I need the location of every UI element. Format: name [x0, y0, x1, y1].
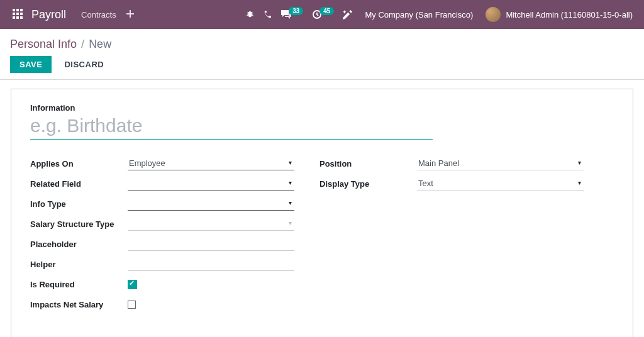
systray: 33 45 [245, 9, 352, 19]
applies-on-select[interactable] [128, 157, 294, 170]
title-label: Information [30, 103, 614, 113]
messages-icon[interactable]: 33 [281, 10, 303, 19]
tools-icon[interactable] [343, 10, 352, 19]
breadcrumb-current: New [89, 38, 111, 50]
company-selector[interactable]: My Company (San Francisco) [365, 10, 473, 19]
control-panel: Personal Info / New SAVE DISCARD [0, 29, 644, 80]
activities-badge: 45 [319, 7, 334, 15]
is-required-checkbox[interactable] [128, 280, 137, 289]
related-field-label: Related Field [30, 179, 128, 189]
is-required-label: Is Required [30, 280, 128, 289]
impacts-net-label: Impacts Net Salary [30, 300, 128, 309]
right-column: Position ▾ Display Type ▾ [319, 156, 584, 317]
position-label: Position [319, 159, 417, 168]
related-field-select[interactable] [128, 177, 294, 191]
breadcrumb-parent[interactable]: Personal Info [10, 38, 77, 50]
placeholder-label: Placeholder [30, 240, 128, 249]
applies-on-label: Applies On [30, 159, 128, 168]
save-button[interactable]: SAVE [10, 56, 52, 73]
helper-label: Helper [30, 260, 128, 269]
avatar [486, 7, 501, 22]
user-menu[interactable]: Mitchell Admin (11160801-15-0-all) [486, 7, 639, 22]
breadcrumb: Personal Info / New [10, 38, 634, 51]
breadcrumb-sep: / [81, 38, 84, 50]
clock-icon[interactable]: 45 [312, 9, 334, 19]
discard-button[interactable]: DISCARD [58, 56, 110, 73]
display-type-label: Display Type [319, 179, 417, 189]
form-sheet: Information Applies On ▾ Related Field ▾ [11, 89, 633, 337]
user-name: Mitchell Admin (11160801-15-0-all) [506, 10, 633, 19]
form-background: Information Applies On ▾ Related Field ▾ [0, 80, 644, 337]
bug-icon[interactable] [245, 10, 255, 19]
messages-badge: 33 [289, 7, 303, 15]
information-input[interactable] [30, 115, 433, 140]
plus-icon[interactable] [126, 9, 134, 19]
info-type-label: Info Type [30, 199, 128, 209]
salary-structure-type-select[interactable] [128, 217, 294, 231]
menu-contracts[interactable]: Contracts [81, 10, 116, 19]
impacts-net-checkbox[interactable] [128, 301, 136, 309]
apps-icon[interactable] [13, 9, 24, 20]
salary-structure-type-label: Salary Structure Type [30, 219, 128, 229]
app-brand[interactable]: Payroll [31, 8, 66, 21]
position-select[interactable] [417, 157, 584, 170]
placeholder-input[interactable] [128, 237, 294, 251]
phone-icon[interactable] [264, 10, 272, 19]
info-type-select[interactable] [128, 197, 294, 211]
top-navbar: Payroll Contracts 33 45 My Company (San … [0, 0, 644, 29]
helper-input[interactable] [128, 257, 294, 271]
display-type-select[interactable] [417, 177, 584, 191]
left-column: Applies On ▾ Related Field ▾ Info Type [30, 156, 294, 317]
